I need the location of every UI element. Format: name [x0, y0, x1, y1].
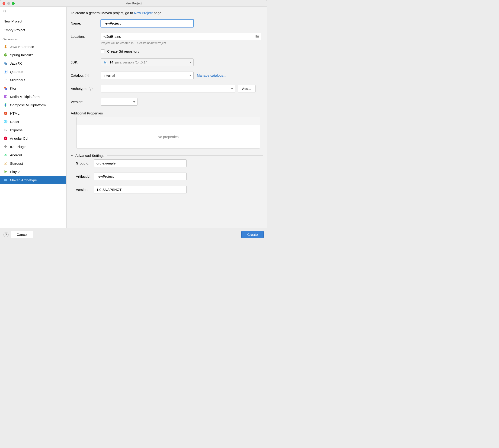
sidebar-item-label: Express	[10, 128, 22, 132]
folder-browse-icon[interactable]	[255, 34, 260, 39]
svg-line-21	[5, 154, 5, 155]
cancel-button[interactable]: Cancel	[11, 231, 33, 238]
name-label: Name:	[71, 21, 101, 25]
jdk-label: JDK:	[71, 60, 101, 64]
catalog-value: Internal	[103, 73, 115, 77]
add-property-icon[interactable]: +	[80, 119, 82, 123]
stardust-icon	[3, 161, 8, 165]
location-label: Location:	[71, 34, 101, 38]
java-ee-icon	[3, 45, 8, 49]
sidebar-item-play2[interactable]: Play 2	[0, 167, 66, 176]
create-button[interactable]: Create	[241, 231, 264, 238]
svg-line-22	[6, 154, 6, 155]
svg-line-1	[5, 12, 6, 13]
archetype-label: Archetype: ?	[71, 87, 101, 91]
sidebar-item-label: React	[10, 120, 19, 124]
sidebar-item-ide-plugin[interactable]: IDE Plugin	[0, 143, 66, 151]
angular-icon: A	[3, 136, 8, 140]
svg-rect-5	[5, 63, 7, 65]
intro-new-project-link[interactable]: New Project	[134, 11, 153, 15]
manage-catalogs-link[interactable]: Manage catalogs...	[197, 73, 226, 77]
sidebar-item-label: IDE Plugin	[10, 145, 26, 149]
window-close-icon[interactable]	[2, 2, 5, 5]
javafx-icon	[3, 61, 8, 65]
git-checkbox-label: Create Git repository	[107, 49, 139, 53]
sidebar-item-maven-archetype[interactable]: m Maven Archetype	[0, 176, 66, 184]
sidebar-item-stardust[interactable]: Stardust	[0, 159, 66, 167]
svg-marker-24	[5, 170, 7, 173]
jdk-version-detail: java version "14.0.1"	[115, 60, 147, 64]
sidebar-search	[0, 7, 66, 15]
ktor-icon	[3, 86, 8, 90]
sidebar-item-compose-multiplatform[interactable]: Compose Multiplatform	[0, 101, 66, 109]
play-icon	[3, 170, 8, 174]
properties-panel: + − No properties	[76, 117, 260, 148]
html5-icon: 5	[3, 111, 8, 115]
svg-marker-10	[4, 95, 7, 98]
sidebar-item-label: Kotlin Multiplatform	[10, 95, 40, 99]
titlebar: New Project	[0, 0, 267, 7]
sidebar-item-label: Empty Project	[3, 28, 25, 32]
sidebar-item-java-enterprise[interactable]: Java Enterprise	[0, 42, 66, 51]
groupid-input[interactable]	[94, 159, 187, 167]
micronaut-icon: μ	[3, 78, 8, 82]
sidebar-item-new-project[interactable]: New Project	[0, 17, 66, 26]
sidebar-item-label: Spring Initializr	[10, 53, 33, 57]
help-icon[interactable]: ?	[3, 232, 9, 237]
sidebar-item-javafx[interactable]: JavaFX	[0, 59, 66, 67]
artifactid-label: ArtifactId:	[71, 175, 94, 178]
version-dropdown[interactable]	[101, 98, 138, 106]
sidebar-item-label: JavaFX	[10, 61, 22, 65]
svg-point-18	[5, 121, 6, 122]
catalog-dropdown[interactable]: Internal	[101, 72, 194, 79]
catalog-help-icon[interactable]: ?	[85, 74, 89, 77]
git-checkbox[interactable]	[101, 49, 105, 53]
new-project-dialog: New Project New Project Empty Project Ge…	[0, 0, 267, 241]
sidebar-item-react[interactable]: React	[0, 117, 66, 126]
location-input[interactable]	[101, 33, 261, 40]
svg-point-0	[4, 10, 6, 12]
sidebar-item-label: Stardust	[10, 161, 23, 165]
window-maximize-icon[interactable]	[12, 2, 15, 5]
sidebar-item-label: Quarkus	[10, 70, 23, 74]
spring-icon	[3, 53, 8, 57]
maven-icon: m	[3, 178, 8, 182]
sidebar-item-kotlin-multiplatform[interactable]: Kotlin Multiplatform	[0, 92, 66, 101]
location-hint: Project will be created in: ~/JetBrains/…	[101, 41, 263, 45]
jdk-dropdown[interactable]: 14 java version "14.0.1"	[101, 58, 194, 66]
version-label: Version:	[71, 100, 101, 104]
sidebar-search-input[interactable]	[2, 8, 64, 14]
android-icon	[3, 153, 8, 157]
sidebar-item-micronaut[interactable]: μ Micronaut	[0, 76, 66, 84]
catalog-label: Catalog: ?	[71, 73, 101, 77]
search-icon	[3, 10, 7, 13]
kotlin-icon	[3, 95, 8, 99]
adv-version-input[interactable]	[94, 186, 187, 193]
name-input[interactable]	[101, 19, 194, 27]
additional-properties-header: Additional Properties	[71, 111, 263, 115]
sidebar-item-label: Play 2	[10, 170, 20, 174]
advanced-settings-header[interactable]: Advanced Settings	[71, 154, 263, 158]
sidebar-item-express[interactable]: ex Express	[0, 126, 66, 134]
archetype-add-button[interactable]: Add...	[238, 85, 256, 92]
sidebar-item-angular-cli[interactable]: A Angular CLI	[0, 134, 66, 143]
archetype-help-icon[interactable]: ?	[89, 87, 92, 91]
compose-icon	[3, 103, 8, 107]
sidebar-item-label: HTML	[10, 112, 19, 115]
window-title: New Project	[0, 2, 267, 5]
archetype-dropdown[interactable]	[101, 85, 235, 92]
sidebar-item-quarkus[interactable]: Quarkus	[0, 67, 66, 76]
svg-point-2	[5, 47, 7, 48]
artifactid-input[interactable]	[94, 173, 187, 180]
remove-property-icon[interactable]: −	[86, 119, 89, 123]
chevron-down-icon	[189, 62, 191, 63]
sidebar-item-spring-initializr[interactable]: Spring Initializr	[0, 51, 66, 59]
sidebar-item-ktor[interactable]: Ktor	[0, 84, 66, 92]
express-icon: ex	[3, 128, 8, 132]
git-checkbox-row[interactable]: Create Git repository	[101, 49, 263, 53]
svg-rect-9	[5, 88, 7, 90]
sidebar-item-android[interactable]: Android	[0, 151, 66, 159]
sidebar-item-empty-project[interactable]: Empty Project	[0, 26, 66, 34]
sidebar-item-html[interactable]: 5 HTML	[0, 109, 66, 117]
form-panel: To create a general Maven project, go to…	[67, 7, 267, 228]
